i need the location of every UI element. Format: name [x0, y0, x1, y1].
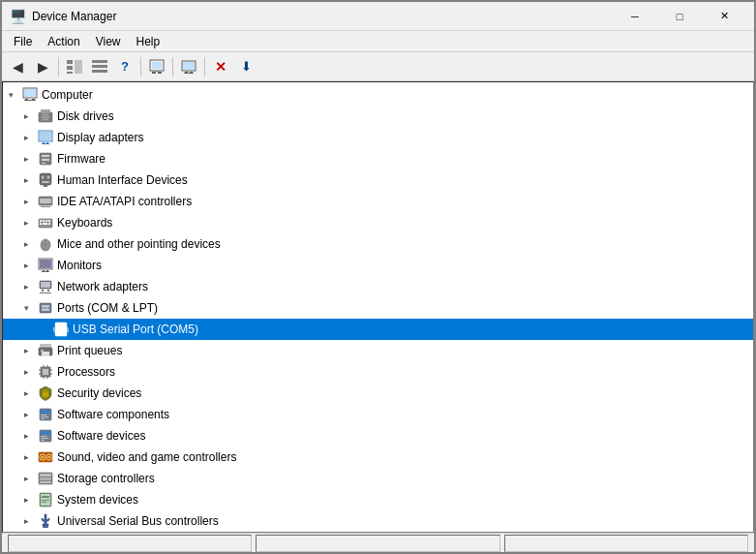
svg-rect-107: [40, 481, 51, 483]
svg-rect-92: [41, 416, 48, 417]
tree-item-disk[interactable]: ▸Disk drives: [3, 106, 753, 127]
svg-rect-20: [25, 99, 28, 100]
uninstall-button[interactable]: ✕: [209, 55, 232, 78]
svg-rect-98: [41, 440, 45, 441]
toolbar-separator-3: [172, 57, 173, 77]
svg-rect-15: [185, 72, 188, 73]
tree-item-storage[interactable]: ▸Storage controllers: [3, 468, 753, 489]
svg-rect-97: [41, 438, 48, 439]
svg-rect-3: [75, 60, 82, 74]
tree-item-display[interactable]: ▸Display adapters: [3, 127, 753, 148]
svg-point-67: [42, 307, 44, 309]
tree-item-usb-serial[interactable]: USBUSB Serial Port (COM5): [3, 319, 753, 340]
device-manager-window: 🖥️ Device Manager ─ □ ✕ File Action View…: [0, 0, 756, 554]
tree-label-hid: Human Interface Devices: [57, 173, 188, 187]
menu-file[interactable]: File: [6, 31, 40, 52]
storage-icon: [38, 471, 53, 486]
tree-toggle-software-dev[interactable]: ▸: [18, 428, 34, 444]
svg-rect-57: [43, 270, 45, 271]
tree-label-network: Network adapters: [57, 280, 148, 293]
tree-item-security[interactable]: ▸Security devices: [3, 383, 753, 404]
properties-icon: [149, 59, 165, 75]
tree-toggle-proc[interactable]: ▸: [18, 364, 34, 380]
svg-text:USB: USB: [53, 325, 69, 334]
display-icon: [38, 130, 53, 145]
svg-rect-5: [92, 65, 107, 68]
scan-button[interactable]: ⬇: [234, 55, 257, 78]
svg-rect-34: [42, 159, 49, 161]
tree-item-computer[interactable]: ▾Computer: [3, 84, 753, 106]
forward-button[interactable]: ▶: [31, 55, 54, 78]
tree-item-network[interactable]: ▸Network adapters: [3, 276, 753, 297]
disk-icon: [38, 108, 53, 124]
tree-toggle-mice[interactable]: ▸: [18, 236, 34, 252]
tree-item-firmware[interactable]: ▸Firmware: [3, 148, 753, 169]
tree-toggle-hid[interactable]: ▸: [18, 172, 34, 188]
tree-item-software-dev[interactable]: ▸Software devices: [3, 425, 753, 446]
tree-toggle-security[interactable]: ▸: [18, 385, 34, 401]
tree-item-hid[interactable]: ▸Human Interface Devices: [3, 169, 753, 191]
svg-rect-30: [46, 142, 48, 143]
svg-rect-63: [47, 290, 49, 292]
maximize-button[interactable]: □: [657, 2, 702, 31]
tree-toggle-monitors[interactable]: ▸: [18, 258, 34, 273]
show-tree-button[interactable]: [63, 55, 86, 78]
tree-toggle-display[interactable]: ▸: [18, 130, 34, 145]
properties-button[interactable]: [145, 55, 168, 78]
computer-icon: [22, 87, 38, 103]
tree-toggle-disk[interactable]: ▸: [18, 108, 34, 124]
tree-item-usb-ctrl[interactable]: ▸Universal Serial Bus controllers: [3, 510, 753, 532]
list-button[interactable]: [88, 55, 111, 78]
tree-item-mice[interactable]: ▸Mice and other pointing devices: [3, 233, 753, 255]
sound-icon: [38, 449, 53, 465]
svg-rect-73: [40, 344, 51, 348]
tree-toggle-ports[interactable]: ▾: [18, 300, 34, 316]
tree-toggle-system[interactable]: ▸: [18, 492, 34, 508]
tree-item-print[interactable]: ▸Print queues: [3, 340, 753, 361]
svg-rect-2: [67, 72, 73, 74]
firmware-icon: [38, 151, 53, 167]
menu-action[interactable]: Action: [40, 31, 87, 52]
tree-toggle-print[interactable]: ▸: [18, 343, 34, 358]
device-tree[interactable]: ▾Computer▸Disk drives▸Display adapters▸F…: [2, 81, 754, 533]
toolbar-separator-4: [204, 57, 205, 77]
tree-item-software-comp[interactable]: ▸Software components: [3, 404, 753, 425]
svg-rect-12: [152, 62, 162, 69]
tree-toggle-computer[interactable]: ▾: [3, 87, 18, 103]
tree-toggle-storage[interactable]: ▸: [18, 471, 34, 486]
tree-toggle-network[interactable]: ▸: [18, 279, 34, 294]
svg-rect-36: [40, 173, 51, 185]
tree-item-proc[interactable]: ▸Processors: [3, 361, 753, 383]
back-button[interactable]: ◀: [6, 55, 29, 78]
menu-view[interactable]: View: [88, 31, 129, 52]
tree-label-usb-ctrl: Universal Serial Bus controllers: [57, 514, 219, 528]
tree-toggle-software-comp[interactable]: ▸: [18, 407, 34, 422]
svg-rect-113: [43, 525, 48, 528]
tree-item-ports[interactable]: ▾Ports (COM & LPT): [3, 297, 753, 319]
tree-toggle-firmware[interactable]: ▸: [18, 151, 34, 167]
proc-icon: [38, 364, 53, 380]
menu-help[interactable]: Help: [129, 31, 168, 52]
tree-label-security: Security devices: [57, 386, 141, 400]
minimize-button[interactable]: ─: [613, 2, 657, 31]
tree-toggle-ide[interactable]: ▸: [18, 194, 34, 209]
tree-label-software-comp: Software components: [57, 408, 169, 421]
help-button[interactable]: ?: [113, 55, 136, 78]
svg-rect-9: [158, 72, 162, 74]
close-button[interactable]: ✕: [702, 2, 746, 31]
svg-rect-96: [41, 436, 46, 437]
svg-rect-16: [190, 72, 193, 73]
tree-item-sound[interactable]: ▸Sound, video and game controllers: [3, 446, 753, 468]
tree-toggle-usb-ctrl[interactable]: ▸: [18, 513, 34, 529]
svg-rect-17: [184, 73, 194, 74]
tree-item-ide[interactable]: ▸IDE ATA/ATAPI controllers: [3, 191, 753, 212]
svg-rect-91: [41, 415, 46, 416]
tree-item-monitors[interactable]: ▸Monitors: [3, 255, 753, 276]
tree-label-storage: Storage controllers: [57, 472, 155, 485]
computer-button[interactable]: [177, 55, 200, 78]
tree-toggle-sound[interactable]: ▸: [18, 449, 34, 465]
tree-item-system[interactable]: ▸System devices: [3, 489, 753, 510]
svg-rect-110: [42, 496, 49, 498]
tree-toggle-keyboards[interactable]: ▸: [18, 215, 34, 231]
tree-item-keyboards[interactable]: ▸Keyboards: [3, 212, 753, 233]
